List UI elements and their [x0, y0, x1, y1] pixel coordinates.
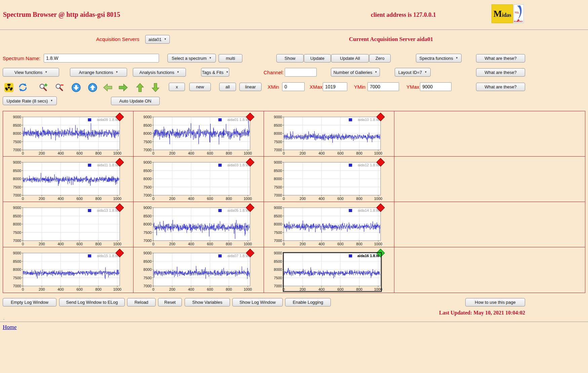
spectrum-chart-aida03[interactable]: 9000850080007500700002004006008001000aid…: [133, 157, 257, 202]
send-log-to-elog-button[interactable]: Send Log Window to ELog: [59, 298, 125, 306]
arrange-functions-select[interactable]: Arrange functions ▼: [70, 68, 127, 77]
spectrum-chart-aida11[interactable]: 9000850080007500700002004006008001000aid…: [3, 157, 127, 202]
y-tick-label: 8000: [144, 222, 152, 226]
update-button[interactable]: Update: [304, 54, 331, 63]
x-tick-label: 600: [76, 242, 82, 246]
x-tick-label: 0: [152, 287, 154, 291]
y-tick-label: 7000: [144, 148, 152, 152]
number-of-galleries-select[interactable]: Number of Galleries ▼: [331, 68, 380, 77]
analysis-functions-select[interactable]: Analysis functions ▼: [133, 68, 186, 77]
y-tick-label: 7500: [144, 231, 152, 235]
legend-swatch: [349, 209, 352, 212]
x-tick-label: 800: [95, 287, 102, 291]
y-tick-label: 7000: [274, 284, 282, 288]
legend-swatch: [349, 254, 352, 257]
ymax-input[interactable]: [420, 82, 452, 91]
channel-input[interactable]: [285, 68, 317, 77]
y-tick-label: 7500: [274, 185, 282, 189]
enable-logging-button[interactable]: Enable Logging: [285, 298, 331, 306]
spectrum-row: Spectrum Name: Select a spectrum ▼ multi…: [0, 54, 588, 63]
spectrum-chart-aida12[interactable]: 9000850080007500700002004006008001000aid…: [264, 157, 388, 202]
tcl-powered-logo[interactable]: TCL POWERED: [514, 4, 524, 23]
radiation-icon[interactable]: [3, 82, 15, 93]
zoom-in-icon[interactable]: [38, 82, 50, 93]
what-are-these-button-1[interactable]: What are these?: [476, 54, 525, 63]
y-tick-label: 8000: [274, 222, 282, 226]
show-button[interactable]: Show: [276, 54, 304, 63]
scroll-up-icon[interactable]: [86, 82, 99, 93]
x-tick-label: 800: [356, 287, 362, 291]
arrow-up-icon[interactable]: [134, 82, 146, 93]
zero-button[interactable]: Zero: [369, 54, 391, 63]
x-tick-label: 800: [356, 242, 362, 246]
reload-button[interactable]: Reload: [127, 298, 156, 306]
show-log-window-button[interactable]: Show Log Window: [232, 298, 283, 306]
xmin-input[interactable]: [282, 82, 305, 91]
logo-area: Midas TCL POWERED: [492, 4, 524, 23]
arrow-down-icon[interactable]: [149, 82, 161, 93]
tags-fits-value: Tags & Fits: [202, 70, 223, 75]
home-link[interactable]: Home: [3, 324, 17, 331]
ymax-label: YMax: [406, 84, 419, 90]
empty-gallery-cell: [394, 111, 585, 157]
spectrum-cell: 9000850080007500700002004006008001000aid…: [133, 202, 264, 247]
spectrum-chart-aida15[interactable]: 9000850080007500700002004006008001000aid…: [3, 248, 127, 292]
legend-label: aida03 1.8.W: [227, 163, 249, 167]
spectra-functions-select[interactable]: Spectra functions ▼: [416, 54, 462, 63]
view-functions-select[interactable]: View functions ▼: [3, 68, 59, 77]
arrow-left-icon[interactable]: [102, 82, 114, 93]
layout-id-select[interactable]: Layout ID=7 ▼: [395, 68, 431, 77]
zoom-out-icon[interactable]: [54, 82, 66, 93]
x-button[interactable]: x: [169, 83, 185, 91]
chevron-down-icon: ▼: [424, 71, 427, 74]
new-button[interactable]: new: [189, 83, 211, 91]
multi-button[interactable]: multi: [219, 54, 242, 63]
xmax-input[interactable]: [323, 82, 347, 91]
linear-button[interactable]: linear: [239, 83, 262, 91]
x-tick-label: 800: [356, 151, 362, 155]
x-tick-label: 400: [188, 197, 194, 201]
what-are-these-button-2[interactable]: What are these?: [476, 68, 525, 77]
spectrum-chart-aida09[interactable]: 9000850080007500700002004006008001000aid…: [3, 112, 127, 156]
spectrum-name-input[interactable]: [44, 54, 159, 63]
how-to-use-button[interactable]: How to use this page: [465, 298, 525, 306]
spectrum-chart-aida05[interactable]: 9000850080007500700002004006008001000aid…: [133, 202, 257, 247]
y-tick-label: 7000: [13, 239, 21, 243]
acquisition-server-select[interactable]: aida01 ▼: [145, 35, 170, 44]
auto-update-button[interactable]: Auto Update ON: [111, 97, 160, 105]
arrow-right-icon[interactable]: [117, 82, 129, 93]
y-tick-label: 9000: [274, 115, 282, 119]
empty-log-window-button[interactable]: Empty Log Window: [3, 298, 56, 306]
spectrum-chart-aida16[interactable]: 9000850080007500700002004006008001000aid…: [264, 248, 388, 292]
midas-logo[interactable]: Midas: [492, 4, 513, 23]
spectrum-chart-aida14[interactable]: 9000850080007500700002004006008001000aid…: [264, 202, 388, 247]
x-tick-label: 400: [188, 287, 194, 291]
spectrum-chart-aida10[interactable]: 9000850080007500700002004006008001000aid…: [264, 112, 388, 156]
x-tick-label: 200: [169, 287, 175, 291]
x-tick-label: 600: [337, 151, 343, 155]
x-tick-label: 600: [337, 197, 343, 201]
spectrum-chart-aida01[interactable]: 9000850080007500700002004006008001000aid…: [133, 112, 257, 156]
spectrum-chart-aida07[interactable]: 9000850080007500700002004006008001000aid…: [133, 248, 257, 292]
x-tick-label: 600: [207, 151, 213, 155]
all-button[interactable]: all: [219, 83, 236, 91]
update-all-button[interactable]: Update All: [331, 54, 369, 63]
legend-label: aida12 1.8.W: [358, 163, 380, 167]
legend-swatch: [349, 118, 352, 121]
reset-button[interactable]: Reset: [158, 298, 182, 306]
legend-label: aida05 1.8.W: [227, 208, 249, 212]
x-tick-label: 200: [300, 197, 306, 201]
ymin-input[interactable]: [367, 82, 399, 91]
y-tick-label: 7500: [274, 140, 282, 144]
tags-fits-select[interactable]: Tags & Fits ▼: [201, 68, 229, 77]
y-tick-label: 8500: [274, 169, 282, 173]
legend-label: aida11 1.8.W: [97, 163, 119, 167]
show-variables-button[interactable]: Show Variables: [185, 298, 230, 306]
refresh-icon[interactable]: [17, 82, 29, 93]
what-are-these-button-3[interactable]: What are these?: [476, 83, 525, 91]
select-spectrum-dropdown[interactable]: Select a spectrum ▼: [167, 54, 216, 63]
x-tick-label: 0: [22, 242, 24, 246]
update-rate-select[interactable]: Update Rate (8 secs) ▼: [3, 96, 57, 105]
spectrum-chart-aida13[interactable]: 9000850080007500700002004006008001000aid…: [3, 202, 127, 247]
scroll-down-icon[interactable]: [70, 82, 82, 93]
